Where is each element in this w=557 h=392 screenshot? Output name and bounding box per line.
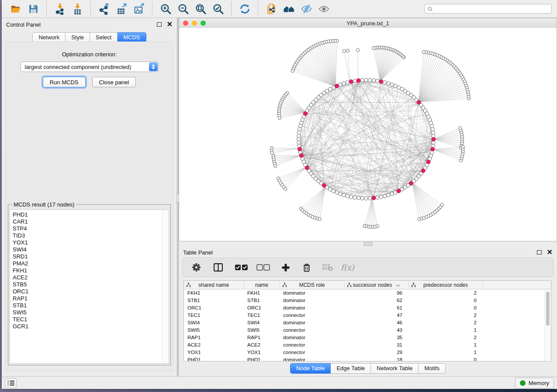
run-mcds-button[interactable]: Run MCDS	[43, 77, 86, 87]
table-settings-button[interactable]	[189, 260, 204, 275]
table-row[interactable]: YOX1YOX1connector291	[184, 349, 551, 356]
export-network-button[interactable]	[96, 1, 112, 17]
mcds-result-item[interactable]: STB1	[10, 302, 162, 309]
mcds-result-item[interactable]: SRD1	[10, 253, 162, 260]
right-workspace: YPA_prune.txt_1 Table Panel ✕	[179, 18, 557, 376]
criterion-dropdown[interactable]: largest connected component (undirected)	[21, 62, 159, 72]
float-panel-icon[interactable]	[157, 22, 162, 27]
mcds-result-item[interactable]: SWI4	[10, 246, 162, 253]
add-column-button[interactable]	[278, 260, 293, 275]
column-header[interactable]: predecessor nodes	[408, 281, 483, 289]
mcds-result-item[interactable]: RAP1	[10, 295, 162, 302]
table-row[interactable]: PHD1PHD1dominator180	[184, 356, 551, 361]
deselect-all-button[interactable]	[254, 260, 273, 275]
split-view-button[interactable]	[211, 260, 226, 275]
close-panel-button[interactable]: Close panel	[92, 77, 136, 87]
export-image-icon	[133, 3, 145, 15]
table-panel-title: Table Panel	[183, 249, 213, 256]
control-panel-title: Control Panel	[6, 21, 41, 28]
zoom-selected-icon	[212, 3, 224, 15]
refresh-layout-button[interactable]	[237, 1, 253, 17]
column-header[interactable]: MCDS role	[280, 281, 344, 289]
column-header[interactable]: shared name	[184, 281, 244, 289]
mcds-result-item[interactable]: SWI5	[10, 309, 162, 316]
zoom-fit-button[interactable]	[193, 1, 208, 17]
column-header[interactable]: successor nodes	[344, 281, 408, 289]
import-network-button[interactable]	[52, 1, 68, 17]
table-scrollbar-thumb[interactable]	[546, 292, 550, 326]
mcds-result-item[interactable]: ORC1	[10, 288, 162, 295]
mcds-result-scrollbar[interactable]	[162, 210, 169, 363]
import-table-button[interactable]	[69, 1, 85, 17]
zoom-selected-button[interactable]	[210, 1, 226, 17]
zoom-in-button[interactable]	[158, 1, 173, 17]
close-panel-icon[interactable]: ✕	[167, 22, 173, 27]
show-task-history-button[interactable]	[5, 378, 17, 388]
network-canvas[interactable]	[179, 28, 557, 241]
mcds-result-item[interactable]: PHD1	[10, 211, 162, 218]
horizontal-splitter-handle[interactable]	[364, 242, 372, 246]
delete-table-icon	[322, 263, 333, 272]
horizontal-splitter[interactable]	[179, 241, 557, 246]
table-row[interactable]: FKH1FKH1dominator962	[184, 289, 551, 297]
tab-network-table[interactable]: Network Table	[371, 363, 419, 374]
import-network-icon	[54, 3, 66, 15]
mcds-result-item[interactable]: STP4	[10, 225, 162, 232]
mcds-result-item[interactable]: FKH1	[10, 267, 162, 274]
table-row[interactable]: TEC1TEC1connector472	[184, 312, 551, 319]
memory-button[interactable]: Memory	[515, 378, 554, 389]
window-zoom-button[interactable]	[201, 21, 206, 26]
delete-table-button[interactable]	[319, 260, 336, 275]
share-document-button[interactable]	[263, 1, 279, 17]
tab-motifs[interactable]: Motifs	[419, 363, 446, 374]
mcds-result-item[interactable]: YOX1	[10, 239, 162, 246]
close-table-panel-icon[interactable]: ✕	[547, 250, 553, 255]
hierarchy-icon	[186, 282, 191, 287]
export-image-button[interactable]	[131, 1, 147, 17]
toolbar-separator	[231, 2, 232, 16]
table-row[interactable]: RAP1RAP1dominator352	[184, 334, 551, 341]
table-row[interactable]: SWI5SWI5connector431	[184, 327, 551, 334]
export-table-button[interactable]	[114, 1, 129, 17]
fx-icon: f(x)	[341, 263, 354, 272]
open-session-button[interactable]	[8, 1, 24, 17]
network-view-window: YPA_prune.txt_1	[179, 18, 557, 241]
table-row[interactable]: STB1STB1dominator620	[184, 297, 551, 304]
select-all-button[interactable]	[232, 260, 251, 275]
mcds-result-groupbox: MCDS result (17 nodes) PHD1CAR1STP4TID3Y…	[8, 204, 171, 365]
tab-node-table[interactable]: Node Table	[290, 363, 331, 374]
memory-status-icon	[520, 380, 526, 386]
optimization-criterion-label: Optimization criterion:	[6, 51, 173, 58]
network-window-title: YPA_prune.txt_1	[346, 20, 389, 27]
mcds-result-item[interactable]: TID3	[10, 232, 162, 239]
mcds-result-item[interactable]: CAR1	[10, 218, 162, 225]
mcds-result-listbox: PHD1CAR1STP4TID3YOX1SWI4SRD1PMA2FKH1ACE2…	[10, 210, 169, 364]
table-tabs: Node Table Edge Table Network Table Moti…	[179, 363, 557, 374]
table-row[interactable]: ORC1ORC1dominator610	[184, 304, 551, 312]
mcds-result-item[interactable]: GCR1	[10, 323, 162, 330]
search-input[interactable]	[435, 5, 549, 12]
column-header[interactable]: name	[244, 281, 280, 289]
window-minimize-button[interactable]	[192, 21, 197, 26]
delete-column-button[interactable]	[299, 260, 314, 275]
zoom-out-button[interactable]	[175, 1, 191, 17]
show-graphics-details-button[interactable]	[316, 1, 332, 17]
mcds-result-item[interactable]: STB5	[10, 281, 162, 288]
hierarchy-icon	[347, 282, 352, 287]
mcds-result-item[interactable]: ACE2	[10, 274, 162, 281]
function-builder-button[interactable]: f(x)	[338, 260, 357, 275]
float-table-panel-icon[interactable]	[537, 250, 542, 254]
memory-label: Memory	[529, 380, 549, 386]
window-close-button[interactable]	[183, 21, 188, 26]
home-views-button[interactable]	[281, 1, 297, 17]
search-box	[424, 4, 552, 14]
table-row[interactable]: ACE2ACE2connector311	[184, 341, 551, 349]
save-session-button[interactable]	[25, 1, 41, 17]
mcds-result-item[interactable]: PMA2	[10, 260, 162, 267]
hide-graphics-details-button[interactable]	[298, 1, 314, 17]
toolbar-separator	[46, 2, 47, 16]
table-row[interactable]: SWI4SWI4dominator462	[184, 319, 551, 327]
table-scrollbar[interactable]	[545, 289, 551, 361]
mcds-result-item[interactable]: TEC1	[10, 316, 162, 323]
tab-edge-table[interactable]: Edge Table	[331, 363, 371, 374]
